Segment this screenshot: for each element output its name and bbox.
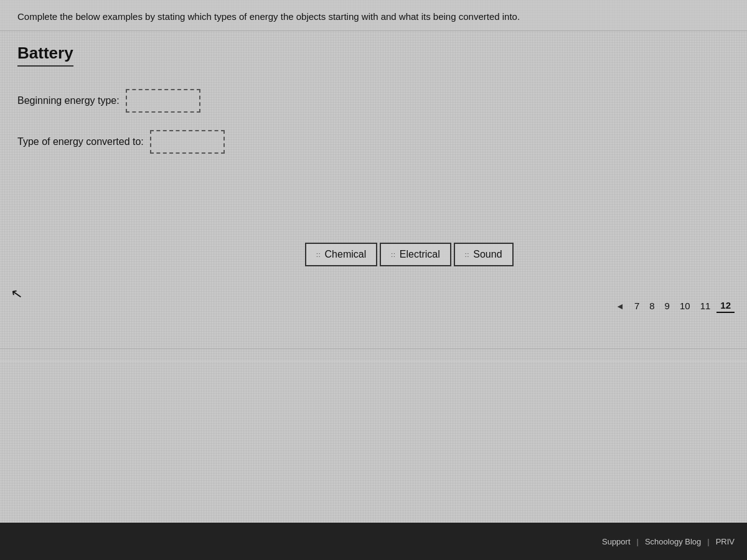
main-content: Complete the below examples by stating w… [0, 0, 747, 523]
content-area: Battery Beginning energy type: Type of e… [0, 31, 747, 184]
chip-electrical[interactable]: :: Electrical [380, 243, 451, 266]
beginning-energy-input[interactable] [126, 89, 200, 113]
pagination: ◄ 7 8 9 10 11 12 [612, 299, 735, 313]
chip-electrical-label: Electrical [400, 249, 440, 260]
page-12[interactable]: 12 [716, 299, 735, 313]
chip-sound-icon: :: [465, 251, 470, 258]
chip-chemical-label: Chemical [325, 249, 367, 260]
beginning-energy-row: Beginning energy type: [17, 89, 730, 113]
beginning-energy-label: Beginning energy type: [17, 95, 120, 106]
converted-energy-input[interactable] [150, 130, 225, 154]
converted-energy-row: Type of energy converted to: [17, 130, 730, 154]
page-9[interactable]: 9 [661, 299, 674, 312]
chip-sound-label: Sound [473, 249, 502, 260]
footer-sep-2: | [707, 537, 709, 546]
footer-blog[interactable]: Schoology Blog [645, 537, 701, 546]
instruction-bar: Complete the below examples by stating w… [0, 0, 747, 31]
answer-options: :: Chemical :: Electrical :: Sound [305, 243, 514, 266]
cursor-arrow: ↖ [10, 286, 24, 304]
footer-privacy[interactable]: PRIV [716, 537, 735, 546]
pagination-prev[interactable]: ◄ [612, 300, 628, 312]
page-10[interactable]: 10 [676, 299, 694, 312]
page-8[interactable]: 8 [646, 299, 658, 312]
divider-line-2 [0, 361, 747, 362]
page-11[interactable]: 11 [697, 299, 715, 312]
chip-chemical[interactable]: :: Chemical [305, 243, 377, 266]
chip-chemical-icon: :: [316, 251, 321, 258]
chip-sound[interactable]: :: Sound [454, 243, 514, 266]
instruction-text: Complete the below examples by stating w… [17, 11, 520, 22]
chip-electrical-icon: :: [391, 251, 396, 258]
footer-support[interactable]: Support [602, 537, 631, 546]
converted-energy-label: Type of energy converted to: [17, 136, 144, 147]
page-7[interactable]: 7 [631, 299, 643, 312]
divider-line-1 [0, 348, 747, 349]
section-title: Battery [17, 44, 73, 67]
footer: Support | Schoology Blog | PRIV [0, 523, 747, 560]
footer-sep-1: | [637, 537, 639, 546]
